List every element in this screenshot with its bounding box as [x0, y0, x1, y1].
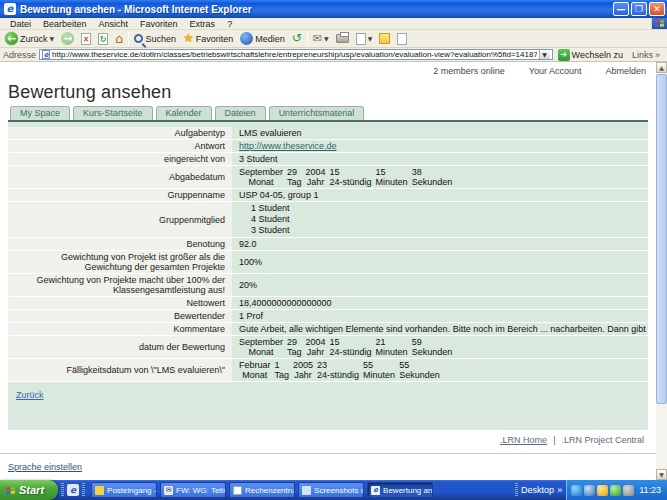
page-title: Bewertung ansehen	[8, 82, 656, 103]
vertical-scrollbar[interactable]: ▲ ▼	[656, 62, 667, 480]
mail-dropdown-icon[interactable]: ▼	[324, 35, 329, 42]
row-value: 1 Student4 Student3 Student	[232, 202, 648, 238]
back-icon: ←	[5, 32, 18, 45]
row-value: Gute Arbeit, alle wichtigen Elemente sin…	[232, 323, 648, 336]
go-arrow-icon: ➔	[558, 49, 570, 61]
tabs: My SpaceKurs-StartseiteKalenderDateienUn…	[10, 106, 656, 120]
start-button[interactable]: Start	[0, 480, 58, 500]
tab-my-space[interactable]: My Space	[10, 106, 70, 120]
discuss-button[interactable]	[395, 31, 409, 47]
links-toolbar[interactable]: Links »	[628, 50, 664, 60]
tab-unterrichtsmaterial[interactable]: Unterrichtsmaterial	[269, 106, 365, 120]
date-unit: Sekunden	[399, 370, 444, 380]
print-icon	[336, 34, 349, 43]
lrn-project-link[interactable]: .LRN Project Central	[561, 435, 644, 445]
row-label: Gruppenmitglied	[8, 202, 232, 238]
menu-ansicht[interactable]: Ansicht	[93, 19, 135, 29]
messenger-icon[interactable]	[571, 485, 582, 496]
scroll-down-icon[interactable]: ▼	[656, 469, 667, 480]
date-value: 59	[412, 337, 457, 347]
desktop-toolbar-grip[interactable]	[515, 483, 518, 497]
row-value: 100%	[232, 251, 648, 274]
home-button[interactable]: ⌂	[113, 31, 125, 47]
stop-button[interactable]: ×	[79, 31, 93, 47]
minimize-button[interactable]: —	[613, 2, 629, 16]
desktop-chevron-icon[interactable]: »	[557, 485, 562, 495]
menu-help[interactable]: ?	[221, 19, 238, 29]
address-dropdown-icon[interactable]: ▼	[539, 49, 550, 60]
members-online: 2 members online	[433, 66, 505, 76]
mail-button[interactable]: ✉▼	[311, 31, 331, 47]
date-unit: Monat	[239, 347, 287, 357]
taskbar-task-button[interactable]: Rechenzentrum Uni K...	[229, 482, 295, 498]
row-label: Fälligkeitsdatum von \"LMS evaluieren\"	[8, 359, 232, 382]
updates-icon[interactable]	[610, 485, 621, 496]
menu-favoriten[interactable]: Favoriten	[134, 19, 184, 29]
taskbar-task-button[interactable]: Screenshots dotLRN...	[298, 482, 364, 498]
taskbar-clock: 11:23	[639, 485, 661, 495]
back-page-link[interactable]: Zurück	[16, 390, 44, 400]
back-dropdown-icon[interactable]: ▼	[50, 35, 55, 42]
menu-extras[interactable]: Extras	[184, 19, 222, 29]
ie-logo-icon: e	[4, 3, 16, 15]
forward-button[interactable]: →	[59, 31, 76, 47]
tab-kurs-startseite[interactable]: Kurs-Startseite	[73, 106, 153, 120]
address-label: Adresse	[3, 50, 36, 60]
tab-dateien[interactable]: Dateien	[215, 106, 266, 120]
date-unit: Sekunden	[412, 177, 457, 187]
logout-link[interactable]: Abmelden	[605, 66, 646, 76]
scroll-up-icon[interactable]: ▲	[656, 62, 667, 73]
edit-dropdown-icon[interactable]: ▼	[368, 35, 373, 42]
menu-datei[interactable]: Datei	[4, 19, 37, 29]
go-button[interactable]: ➔ Wechseln zu	[556, 49, 625, 61]
form-row: GruppennameUSP 04-05, group 1	[8, 189, 648, 202]
back-button[interactable]: ← Zurück ▼	[3, 31, 56, 47]
taskbar-task-button[interactable]: ✉FW: WG: Teilnahme v...	[160, 482, 226, 498]
quicklaunch-ie-icon[interactable]: e	[67, 484, 79, 496]
address-input[interactable]: e http://www.theservice.de/dotlrn/classe…	[39, 49, 553, 60]
date-display: September292004152159MonatTagJahr24-stün…	[239, 337, 456, 357]
start-label: Start	[19, 484, 44, 496]
media-button[interactable]: Medien	[238, 31, 287, 47]
date-value: 55	[363, 360, 399, 370]
window-title: Bewertung ansehen - Microsoft Internet E…	[20, 4, 611, 15]
favorites-button[interactable]: ★ Favoriten	[181, 31, 235, 47]
language-link[interactable]: Sprache einstellen	[8, 462, 82, 472]
taskband-grip[interactable]	[82, 483, 85, 497]
form-row: AufgabentypLMS evaluieren	[8, 127, 648, 140]
maximize-button[interactable]: ❐	[631, 2, 647, 16]
antivirus-icon[interactable]	[623, 485, 634, 496]
taskbar-task-button[interactable]: Posteingang - Micros...	[91, 482, 157, 498]
taskbar-task-button[interactable]: eBewertung ansehen -...	[367, 482, 433, 498]
volume-icon[interactable]	[597, 485, 608, 496]
refresh-button[interactable]: ↻	[96, 31, 110, 47]
history-button[interactable]: ↺	[290, 31, 304, 47]
search-button[interactable]: Suchen	[132, 31, 178, 47]
toolbar-separator	[307, 32, 308, 46]
row-label: datum der Bewertung	[8, 336, 232, 359]
close-button[interactable]: ✕	[649, 2, 665, 16]
image-icon	[302, 486, 311, 495]
quicklaunch-grip[interactable]	[61, 483, 64, 497]
edit-button[interactable]: ▼	[354, 31, 375, 47]
system-tray: 11:23	[566, 480, 667, 500]
answer-link[interactable]: http://www.theservice.de	[239, 141, 337, 151]
row-label: Benotung	[8, 238, 232, 251]
notes-button[interactable]	[377, 31, 392, 47]
task-label: Posteingang - Micros...	[107, 486, 157, 495]
refresh-icon: ↻	[98, 33, 108, 45]
desktop-toolbar[interactable]: Desktop »	[521, 485, 566, 495]
tab-kalender[interactable]: Kalender	[156, 106, 212, 120]
lrn-home-link[interactable]: .LRN Home	[500, 435, 547, 445]
date-value: 2004	[306, 167, 330, 177]
print-button[interactable]	[334, 31, 351, 47]
menu-bearbeiten[interactable]: Bearbeiten	[37, 19, 93, 29]
form-row: datum der BewertungSeptember292004152159…	[8, 336, 648, 359]
desktop-screen: e Bewertung ansehen - Microsoft Internet…	[0, 0, 667, 500]
taskbar: Start e Posteingang - Micros...✉FW: WG: …	[0, 480, 667, 500]
network-icon[interactable]	[584, 485, 595, 496]
your-account-link[interactable]: Your Account	[529, 66, 582, 76]
links-chevron-icon[interactable]: »	[655, 50, 660, 60]
scrollbar-thumb[interactable]	[656, 74, 667, 404]
outlook-icon	[95, 486, 104, 495]
